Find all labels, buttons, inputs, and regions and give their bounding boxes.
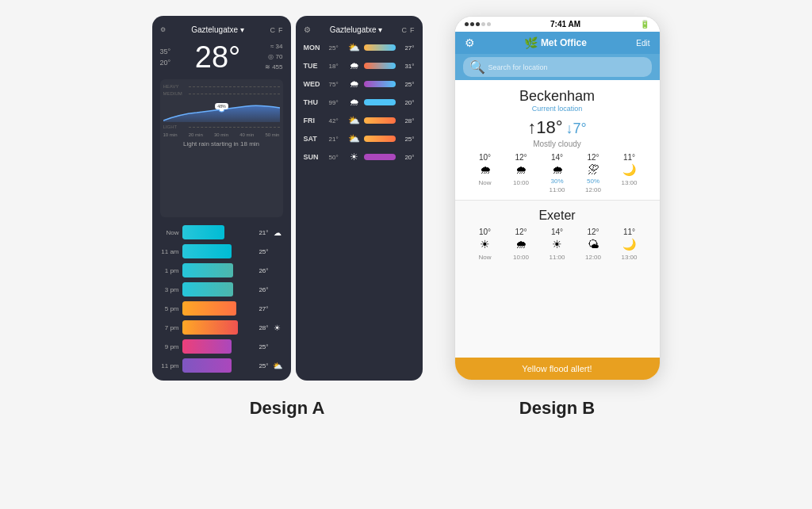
temp-range: 35° 20° [160,47,171,68]
list-item: Now 21° ☁ [160,224,283,241]
chart-wave: 48% [163,98,280,122]
signal-dots [465,22,491,26]
gear-icon-a1: ⚙ [160,26,166,33]
location1-desc: Mostly cloudy [465,140,650,148]
location1-name: Beckenham [465,88,650,105]
list-item: 12° ⛈ 50% 12:00 [576,153,611,193]
app-name: Met Office [541,37,587,48]
app-logo: 🌿 Met Office [524,36,587,49]
list-item: 10° 🌧 Now [468,153,503,193]
list-item: 11° 🌙 13:00 [612,153,647,193]
temp-main: 35° 20° 28° ≈ 34 ◎ 70 ≋ 455 [160,40,283,75]
list-item: 12° 🌧 10:00 [504,228,538,261]
main-container: ⚙ Gaztelugatxe ▾ C F 35° 20° 28° ≈ 34 [16,16,796,493]
list-item: 5 pm 27° [160,300,283,317]
chart-time-labels: 10 min 20 min 30 min 40 min 50 min [163,132,280,137]
list-item: MON 25° ⛅ 27° [304,40,415,55]
location1-hourly: 10° 🌧 Now 12° 🌧 10:00 14° 🌧 30% [465,153,650,193]
dot3 [476,22,480,26]
list-item: 3 pm 26° [160,281,283,298]
unit-toggle[interactable]: C F [270,26,283,34]
stat2: ◎ 70 [265,52,283,63]
list-item: 14° 🌧 30% 11:00 [540,153,575,193]
unit-f[interactable]: F [278,26,283,34]
edit-button[interactable]: Edit [636,39,649,48]
search-placeholder: Search for location [488,63,548,71]
chart-label-5: 50 min [265,132,279,137]
design-a-label: Design A [250,398,325,419]
search-area: 🔍 Search for location [455,54,660,80]
chart-line-medium: MEDIUM [163,91,280,96]
location2-hourly: 10° ☀ Now 12° 🌧 10:00 14° ☀ [465,228,650,261]
chart-lines: HEAVY MEDIUM [163,84,280,129]
nav-bar: ⚙ 🌿 Met Office Edit [455,32,660,54]
dot5 [487,22,491,26]
current-temp: 28° [195,40,240,75]
location1-temps: ↑18° ↓7° [465,117,650,138]
list-item: 11° 🌙 13:00 [612,228,647,261]
beckenham-card: Beckenham Current location ↑18° ↓7° Most… [455,80,660,201]
unit-f-a2[interactable]: F [410,26,415,34]
chart-label-1: 10 min [163,132,178,137]
design-a-section: ⚙ Gaztelugatxe ▾ C F 35° 20° 28° ≈ 34 [152,16,423,493]
svg-text:48%: 48% [217,104,226,109]
settings-icon[interactable]: ⚙ [465,36,475,49]
design-a-phones: ⚙ Gaztelugatxe ▾ C F 35° 20° 28° ≈ 34 [152,16,423,381]
location-a1[interactable]: Gaztelugatxe ▾ [191,25,244,34]
design-b-section: 7:41 AM 🔋 ⚙ 🌿 Met Office Edit 🔍 Search f… [454,16,661,493]
chart-label-4: 40 min [239,132,254,137]
list-item: SAT 21° ⛅ 25° [304,131,415,147]
dot4 [481,22,485,26]
unit-c-a2[interactable]: C [402,26,408,34]
stat1: ≈ 34 [265,42,283,52]
temp-high-b1: ↑18° [527,117,562,138]
phone-b: 7:41 AM 🔋 ⚙ 🌿 Met Office Edit 🔍 Search f… [454,16,661,381]
search-icon: 🔍 [469,59,485,75]
phone-a2-header: ⚙ Gaztelugatxe ▾ C F [304,25,415,34]
temp-low-b1: ↓7° [566,121,587,137]
list-item: 11 pm 25° ⛅ [160,357,283,374]
list-item: 12° 🌤 12:00 [576,228,611,261]
chart-label-2: 20 min [189,132,203,137]
temp-high: 35° [160,47,171,58]
list-item: FRI 42° ⛅ 28° [304,113,415,128]
gear-icon-a2: ⚙ [304,25,311,34]
search-bar[interactable]: 🔍 Search for location [463,57,652,77]
flood-alert[interactable]: Yellow flood allert! [455,358,660,380]
list-item: 14° ☀ 11:00 [540,228,575,261]
dot1 [465,22,469,26]
phone-a1-header: ⚙ Gaztelugatxe ▾ C F [160,25,283,34]
chart-line-heavy: HEAVY [163,84,280,89]
unit-toggle-a2[interactable]: C F [402,26,415,34]
phone-a2: ⚙ Gaztelugatxe ▾ C F MON 25° ⛅ 27° TUE [296,16,423,381]
list-item: 7 pm 28° ☀ [160,319,283,336]
status-time: 7:41 AM [550,20,580,29]
location2-name: Exeter [465,209,650,223]
list-item: SUN 50° ☀ 20° [304,149,415,165]
list-item: 9 pm 25° [160,338,283,355]
list-item: 1 pm 26° [160,262,283,279]
dot2 [470,22,474,26]
stat3: ≋ 455 [265,63,283,73]
location-a2[interactable]: Gaztelugatxe ▾ [330,25,383,34]
logo-icon: 🌿 [524,36,538,49]
design-b-label: Design B [519,398,595,419]
location1-subtitle: Current location [465,105,650,113]
phone-a1: ⚙ Gaztelugatxe ▾ C F 35° 20° 28° ≈ 34 [152,16,291,381]
list-item: WED 75° 🌧 25° [304,76,415,92]
stats: ≈ 34 ◎ 70 ≋ 455 [265,42,283,72]
list-item: 11 am 25° [160,243,283,260]
hourly-list: Now 21° ☁ 11 am 25° 1 pm 26° [160,224,283,374]
chart-caption: Light rain starting in 18 min [163,140,280,147]
list-item: 12° 🌧 10:00 [504,153,538,193]
status-bar: 7:41 AM 🔋 [455,17,660,32]
unit-c[interactable]: C [270,26,276,34]
list-item: THU 99° 🌧 20° [304,94,415,110]
exeter-card: Exeter 10° ☀ Now 12° 🌧 10:00 [455,201,660,358]
temp-low: 20° [160,58,171,69]
battery-area: 🔋 [640,20,649,29]
chart-label-3: 30 min [214,132,228,137]
rain-chart: HEAVY MEDIUM [160,79,283,217]
chart-line-light: LIGHT [163,124,280,129]
list-item: 10° ☀ Now [468,228,503,261]
